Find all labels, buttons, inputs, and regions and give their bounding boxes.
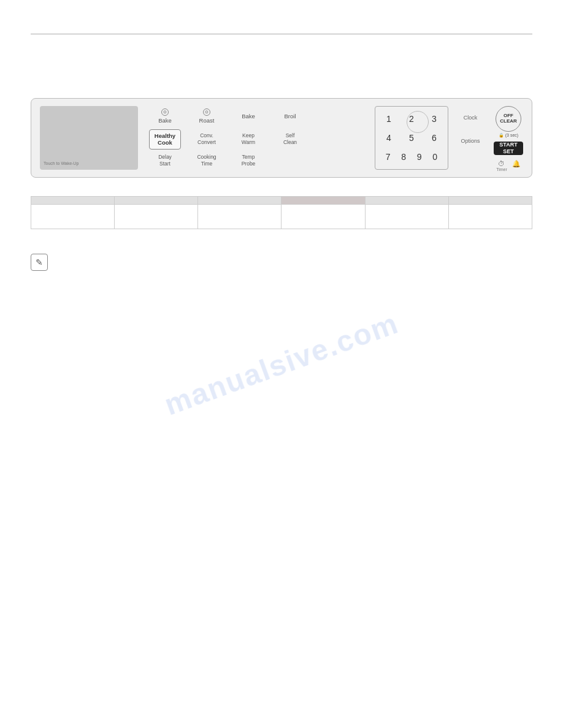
data-table	[31, 196, 532, 229]
timer-icon: ⏱	[496, 160, 507, 167]
table-header-row	[31, 197, 532, 205]
key-1[interactable]: 1	[380, 114, 397, 124]
large-circle-decoration	[407, 111, 429, 133]
healthy-cook-button[interactable]: Healthy Cook	[144, 129, 186, 150]
right-buttons-area: OFFCLEAR 🔒 (3 sec) STARTSET ⏱ Timer 🔔	[494, 106, 523, 170]
keep-warm-label: KeepWarm	[242, 132, 255, 146]
roast-label: Roast	[199, 117, 215, 124]
bell-icon: 🔔	[512, 160, 521, 168]
numpad-row-2: 4 5 6	[380, 133, 443, 143]
start-set-label: STARTSET	[499, 142, 517, 155]
temp-probe-button[interactable]: TempProbe	[228, 154, 269, 167]
healthy-cook-label: Healthy Cook	[149, 129, 181, 150]
conv-convert-label: Conv.Convert	[197, 132, 216, 146]
right-labels: Clock Options	[452, 106, 489, 170]
oven-control-panel: Touch to Wake-Up ⊙ Bake ⊙ Roast	[31, 98, 532, 178]
off-clear-label: OFFCLEAR	[500, 113, 517, 124]
bake-icon: ⊙	[161, 108, 169, 116]
watermark: manualsive.com	[160, 306, 403, 422]
table-header-4	[282, 197, 365, 205]
table-cell-4	[282, 205, 365, 229]
table-header-6	[448, 197, 532, 205]
key-0[interactable]: 0	[427, 152, 443, 162]
broil-label: Broil	[284, 113, 296, 120]
table-header-1	[31, 197, 115, 205]
options-label: Options	[452, 138, 489, 144]
lock-label: 🔒 (3 sec)	[496, 133, 521, 138]
controls-row-1: ⊙ Bake ⊙ Roast Bake Broil	[144, 108, 371, 124]
self-clean-label: SelfClean	[283, 132, 297, 146]
timer-bell-row: ⏱ Timer 🔔	[496, 160, 521, 172]
key-7[interactable]: 7	[380, 152, 396, 162]
table-header-3	[198, 197, 282, 205]
table-cell-5	[365, 205, 448, 229]
table-header-5	[365, 197, 448, 205]
note-icon: ✎	[31, 254, 48, 271]
cooking-time-label: CookingTime	[197, 154, 216, 167]
off-clear-group: OFFCLEAR 🔒 (3 sec)	[496, 106, 521, 138]
broil-button[interactable]: Broil	[269, 113, 311, 120]
table-row	[31, 205, 532, 229]
off-clear-button[interactable]: OFFCLEAR	[496, 106, 521, 132]
note-section: ✎	[31, 254, 532, 271]
healthy-label-line2: Cook	[158, 139, 172, 146]
table-cell-3	[198, 205, 282, 229]
note-icon-symbol: ✎	[36, 257, 43, 267]
table-header-2	[115, 197, 198, 205]
cooking-time-button[interactable]: CookingTime	[186, 154, 228, 167]
oven-panel-wrapper: Touch to Wake-Up ⊙ Bake ⊙ Roast	[31, 98, 532, 178]
table-cell-2	[115, 205, 198, 229]
numpad-row-3: 7 8 9 0	[380, 152, 443, 162]
key-8[interactable]: 8	[396, 152, 412, 162]
top-divider	[31, 34, 532, 34]
controls-area: ⊙ Bake ⊙ Roast Bake Broil	[144, 106, 371, 170]
bake-button[interactable]: ⊙ Bake	[144, 108, 186, 124]
touch-wake-label: Touch to Wake-Up	[44, 161, 79, 166]
controls-row-2: Healthy Cook Conv.Convert KeepWarm Sel	[144, 129, 371, 150]
bake2-button[interactable]: Bake	[228, 113, 269, 120]
key-6[interactable]: 6	[426, 133, 443, 143]
self-clean-button[interactable]: SelfClean	[269, 132, 311, 146]
keep-warm-button[interactable]: KeepWarm	[228, 132, 269, 146]
key-4[interactable]: 4	[380, 133, 397, 143]
delay-start-button[interactable]: DelayStart	[144, 154, 186, 167]
bell-group: 🔔	[512, 160, 521, 172]
conv-convert-button[interactable]: Conv.Convert	[186, 132, 228, 146]
table-cell-6	[448, 205, 532, 229]
delay-start-label: DelayStart	[158, 154, 172, 167]
roast-button[interactable]: ⊙ Roast	[186, 108, 228, 124]
key-5[interactable]: 5	[403, 133, 420, 143]
roast-icon: ⊙	[203, 108, 210, 116]
timer-label: Timer	[496, 167, 507, 172]
table-cell-1	[31, 205, 115, 229]
bake2-label: Bake	[242, 113, 255, 120]
clock-label: Clock	[452, 115, 489, 121]
bake-label: Bake	[158, 117, 172, 124]
start-set-button[interactable]: STARTSET	[494, 142, 523, 155]
timer-group: ⏱ Timer	[496, 160, 507, 172]
controls-row-3: DelayStart CookingTime TempProbe	[144, 154, 371, 167]
main-content: Touch to Wake-Up ⊙ Bake ⊙ Roast	[31, 37, 532, 271]
key-9[interactable]: 9	[412, 152, 427, 162]
temp-probe-label: TempProbe	[242, 154, 256, 167]
healthy-label-line1: Healthy	[155, 132, 175, 139]
display-area: Touch to Wake-Up	[40, 106, 138, 170]
